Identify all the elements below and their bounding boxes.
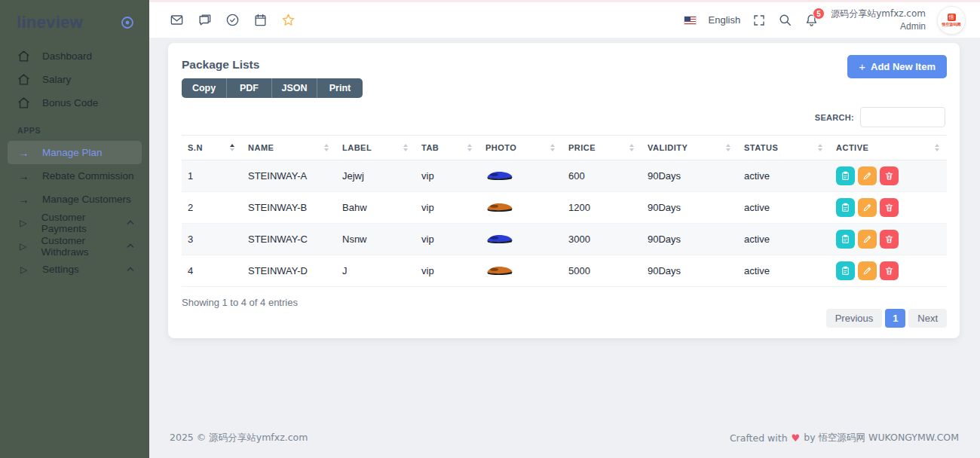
cell-price: 1200 [562,192,642,224]
sort-carets-icon [550,144,555,151]
bell-icon[interactable]: 5 [804,13,819,27]
column-header-name[interactable]: NAME [242,136,336,160]
cell-tab: vip [415,160,479,192]
sidebar-nav: Dashboard Salary Bonus Code APPS → Manag… [0,44,149,281]
check-circle-icon[interactable] [225,13,240,27]
credit-text: Crafted with ♥ by 悟空源码网 WUKONGYMW.COM [730,432,959,444]
add-new-item-button[interactable]: + Add New Item [847,55,947,78]
next-page-button[interactable]: Next [908,309,947,328]
app-logo[interactable]: lineview [17,13,83,32]
sidebar: lineview Dashboard Salary Bonus Code APP… [0,0,149,458]
column-header-price[interactable]: PRICE [562,136,642,160]
cell-price: 5000 [562,255,642,287]
edit-button[interactable] [858,261,877,280]
sidebar-item-manage-plan[interactable]: → Manage Plan [8,141,142,164]
sidebar-item-settings[interactable]: ▷ Settings [0,258,149,281]
sidebar-item-customer-payments[interactable]: ▷ Customer Payments [0,211,149,234]
column-header-active[interactable]: ACTIVE [830,136,947,160]
sidebar-item-label: Settings [42,264,79,275]
entries-summary: Showing 1 to 4 of 4 entries [182,295,298,308]
previous-page-button[interactable]: Previous [826,309,883,328]
edit-button[interactable] [858,198,877,217]
cell-sn: 3 [182,224,242,255]
column-header-status[interactable]: STATUS [738,136,830,160]
search-icon[interactable] [778,13,792,27]
column-header-sn[interactable]: S.N [182,136,242,160]
sort-carets-icon [818,144,822,151]
product-photo [485,264,513,276]
cell-validity: 90Days [642,192,738,224]
delete-button[interactable] [880,198,899,217]
product-photo [485,169,513,181]
edit-button[interactable] [858,166,877,185]
print-button[interactable]: Print [317,78,363,98]
column-header-label[interactable]: LABEL [336,136,415,160]
copy-button[interactable]: Copy [182,78,227,98]
sidebar-item-label: Customer Withdraws [41,235,127,258]
play-icon: ▷ [17,216,29,229]
column-header-validity[interactable]: VALIDITY [642,136,738,160]
cell-sn: 1 [182,160,242,192]
cell-photo [479,160,562,192]
delete-button[interactable] [880,230,899,249]
sidebar-item-salary[interactable]: Salary [0,68,149,91]
cell-photo [479,192,562,224]
heart-icon: ♥ [792,432,801,444]
mail-icon[interactable] [170,13,184,27]
delete-button[interactable] [880,261,899,280]
user-site-name: 源码分享站ymfxz.com [831,8,926,20]
view-button[interactable] [836,261,855,280]
user-menu[interactable]: 源码分享站ymfxz.com Admin [831,8,926,32]
view-button[interactable] [836,230,855,249]
sidebar-item-bonus-code[interactable]: Bonus Code [0,91,149,114]
view-button[interactable] [836,198,855,217]
sidebar-item-label: Manage Plan [42,147,103,158]
table-search-input[interactable] [860,107,945,127]
language-selector[interactable]: English [709,14,741,26]
cell-label: J [336,255,415,287]
export-button-group: Copy PDF JSON Print [182,78,363,98]
cell-label: Jejwj [336,160,415,192]
json-button[interactable]: JSON [272,78,317,98]
cell-tab: vip [415,255,479,287]
delete-button[interactable] [880,166,899,185]
sidebar-item-rebate-commission[interactable]: → Rebate Commission [0,164,149,188]
cell-name: STEINWAY-C [242,224,336,255]
sidebar-toggle-icon[interactable] [121,16,134,29]
cell-name: STEINWAY-D [242,255,336,287]
column-header-tab[interactable]: TAB [415,136,479,160]
arrow-right-icon: → [17,169,30,182]
view-button[interactable] [836,166,855,185]
sort-carets-icon [467,144,472,151]
cell-photo [479,255,562,287]
pdf-button[interactable]: PDF [227,78,272,98]
cell-price: 3000 [562,224,642,255]
page-1-button[interactable]: 1 [885,309,905,328]
play-icon: ▷ [17,240,29,252]
edit-button[interactable] [858,230,877,249]
avatar[interactable]: 悟 悟空源码网 [938,7,965,34]
sidebar-item-customer-withdraws[interactable]: ▷ Customer Withdraws [0,234,149,258]
table-row: 2 STEINWAY-B Bahw vip 1200 [182,192,947,224]
chat-icon[interactable] [198,13,212,27]
cell-validity: 90Days [642,160,738,192]
fullscreen-icon[interactable] [752,14,766,27]
sidebar-item-label: Manage Customers [42,194,131,205]
cell-price: 600 [562,160,642,192]
sort-carets-icon [403,144,408,151]
cell-status: active [738,224,830,255]
cell-actions [830,160,947,192]
cell-label: Bahw [336,192,415,224]
sidebar-item-manage-customers[interactable]: → Manage Customers [0,188,149,211]
sidebar-item-dashboard[interactable]: Dashboard [0,44,149,68]
column-header-photo[interactable]: PHOTO [479,136,562,160]
package-lists-card: Package Lists Copy PDF JSON Print + Add … [168,43,960,338]
sidebar-section-apps: APPS [17,126,149,135]
package-table: S.N NAME LABEL TAB PHOTO PRICE VALIDITY … [182,135,947,287]
cell-sn: 4 [182,255,242,287]
sidebar-item-label: Dashboard [42,50,92,62]
sidebar-item-label: Customer Payments [41,212,127,234]
star-icon[interactable] [281,13,296,27]
calendar-icon[interactable] [253,13,268,27]
us-flag-icon [684,16,697,25]
